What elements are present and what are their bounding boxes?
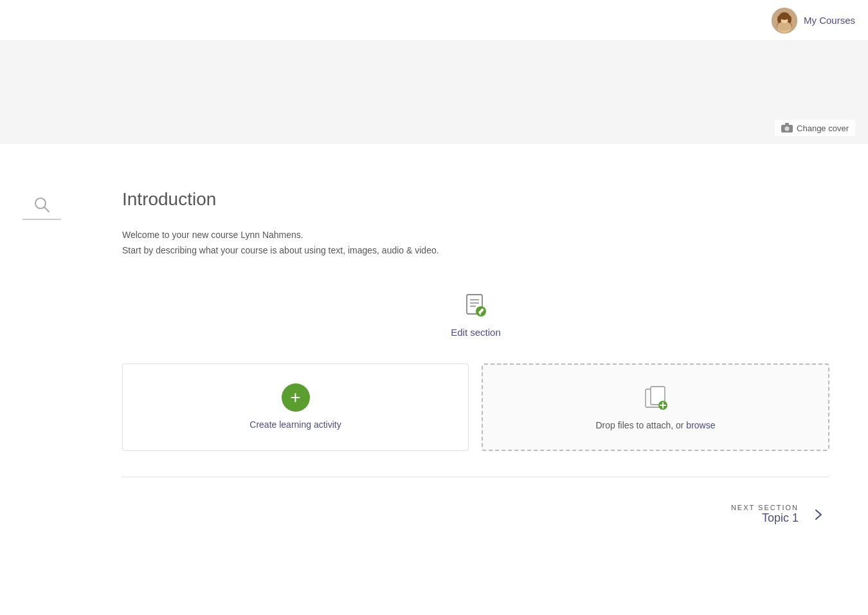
drop-files-card[interactable]: Drop files to attach, or browse: [482, 363, 829, 451]
intro-line-1: Welcome to your new course Lynn Nahmens.: [122, 228, 829, 243]
svg-rect-10: [785, 123, 789, 125]
search-icon: [33, 196, 51, 214]
action-cards: + Create learning activity Drop files to…: [122, 363, 829, 451]
svg-point-7: [788, 15, 791, 23]
next-section-nav[interactable]: NEXT SECTION Topic 1: [122, 503, 829, 526]
main-content: Introduction Welcome to your new course …: [84, 144, 868, 552]
chevron-right-icon: [806, 503, 829, 526]
next-section-topic: Topic 1: [731, 511, 799, 525]
next-section-text: NEXT SECTION Topic 1: [731, 504, 799, 525]
create-activity-label: Create learning activity: [249, 419, 341, 430]
change-cover-button[interactable]: Change cover: [775, 120, 855, 136]
create-activity-card[interactable]: + Create learning activity: [122, 363, 469, 451]
my-courses-link[interactable]: My Courses: [772, 8, 855, 33]
edit-section-icon: [460, 291, 491, 322]
browse-link[interactable]: browse: [686, 420, 715, 430]
avatar-image: [772, 8, 797, 33]
edit-section-label: Edit section: [451, 327, 501, 338]
top-bar: My Courses: [0, 0, 868, 41]
my-courses-label: My Courses: [804, 15, 855, 26]
sidebar: [0, 144, 84, 220]
section-divider: [122, 477, 829, 477]
edit-section-container: Edit section: [122, 291, 829, 338]
intro-text: Welcome to your new course Lynn Nahmens.…: [122, 228, 829, 259]
drop-files-icon: [642, 384, 670, 412]
drop-files-text: Drop files to attach, or browse: [596, 420, 716, 430]
intro-line-2: Start by describing what your course is …: [122, 243, 829, 259]
section-title: Introduction: [122, 189, 829, 210]
svg-line-12: [45, 208, 50, 212]
edit-section-button[interactable]: Edit section: [451, 291, 501, 338]
avatar: [772, 8, 797, 33]
next-section-label: NEXT SECTION: [731, 504, 799, 511]
svg-point-9: [785, 127, 790, 131]
camera-icon: [781, 123, 793, 133]
drop-text-before: Drop files to attach, or: [596, 420, 687, 430]
plus-icon: +: [282, 383, 310, 412]
cover-area: Change cover: [0, 41, 868, 144]
search-button[interactable]: [23, 196, 61, 220]
change-cover-label: Change cover: [797, 124, 849, 133]
svg-point-6: [777, 15, 781, 23]
svg-point-11: [35, 198, 46, 208]
